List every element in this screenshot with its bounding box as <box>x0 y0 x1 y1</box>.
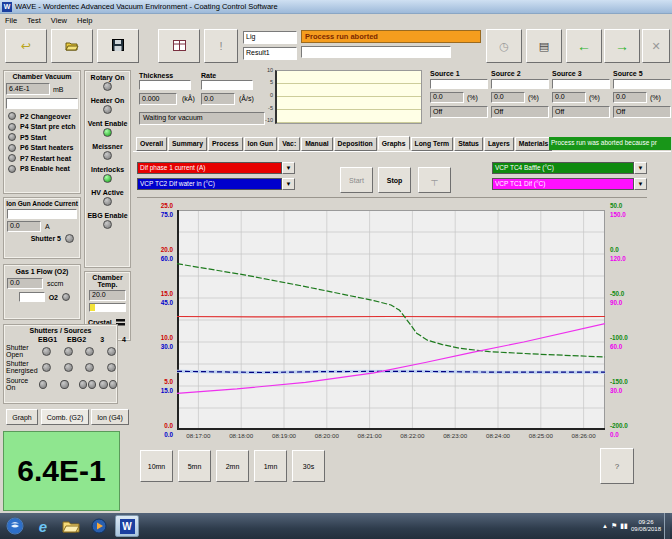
series4-selector[interactable]: VCP TC1 Dif (°C) ▼ <box>492 178 647 190</box>
tray-flag-icon[interactable]: ⚑ <box>611 522 617 530</box>
open-button[interactable] <box>51 29 93 63</box>
menu-help[interactable]: Help <box>77 16 92 25</box>
cursor-button[interactable]: ┬ <box>418 167 451 193</box>
source-on-ebg2-led[interactable] <box>60 380 68 389</box>
indicator-led[interactable] <box>103 197 112 206</box>
ie-taskbar-icon[interactable]: e <box>31 515 55 537</box>
tab-status[interactable]: Status <box>454 137 483 151</box>
gas-led[interactable] <box>62 293 70 301</box>
wave-taskbar-icon[interactable]: W <box>115 515 139 537</box>
p-button-led[interactable] <box>8 112 16 120</box>
series2-selector[interactable]: VCP TC2 Dif water in (°C) ▼ <box>137 178 295 190</box>
p-button-row[interactable]: P6 Start heaters <box>8 144 80 152</box>
indicator-led[interactable] <box>103 174 112 183</box>
next-button[interactable]: → <box>604 29 640 63</box>
source-on-ebg1-led[interactable] <box>39 380 47 389</box>
chevron-down-icon[interactable]: ▼ <box>634 178 647 190</box>
source-setpoint-input[interactable] <box>491 79 549 89</box>
indicator-led[interactable] <box>103 82 112 91</box>
timer-button[interactable]: ◷ <box>486 29 522 63</box>
stop-button[interactable]: Stop <box>378 167 411 193</box>
cancel-button[interactable]: ✕ <box>642 29 670 63</box>
tab-materials[interactable]: Materials <box>515 137 552 151</box>
tab-overall[interactable]: Overall <box>136 137 167 151</box>
chevron-down-icon[interactable]: ▼ <box>282 178 295 190</box>
form-button[interactable]: ▤ <box>526 29 562 63</box>
series1-selector[interactable]: Dif phase 1 current (A) ▼ <box>137 162 295 174</box>
taskbar-clock[interactable]: 09:26 09/08/2018 <box>631 519 661 534</box>
result-field[interactable]: Result1 <box>243 47 297 60</box>
source-setpoint-input[interactable] <box>613 79 671 89</box>
chevron-down-icon[interactable]: ▼ <box>282 162 295 174</box>
tab-vac-[interactable]: Vac: <box>278 137 300 151</box>
save-button[interactable] <box>97 29 139 63</box>
source-on-4a-led[interactable] <box>99 380 107 389</box>
indicator-led[interactable] <box>103 105 112 114</box>
range-button-5mn[interactable]: 5mn <box>178 450 211 482</box>
rate-input[interactable] <box>201 80 253 90</box>
p-button-row[interactable]: P8 Enable heat <box>8 165 80 173</box>
shutter-open-3-led[interactable] <box>85 347 94 356</box>
thickness-input[interactable] <box>139 80 191 90</box>
p-button-row[interactable]: P7 Restart heat <box>8 154 80 162</box>
source-on-3b-led[interactable] <box>88 380 96 389</box>
tab-deposition[interactable]: Deposition <box>334 137 377 151</box>
source-on-4b-led[interactable] <box>109 380 117 389</box>
p-button-led[interactable] <box>8 165 16 173</box>
tray-expand-icon[interactable]: ▲ <box>602 523 608 529</box>
tab-summary[interactable]: Summary <box>168 137 207 151</box>
tab-layers[interactable]: Layers <box>484 137 514 151</box>
start-button[interactable]: Start <box>340 167 373 193</box>
p-button-led[interactable] <box>8 144 16 152</box>
menu-test[interactable]: Test <box>27 16 41 25</box>
p-button-row[interactable]: P5 Start <box>8 133 80 141</box>
comb-g2-view-button[interactable]: Comb. (G2) <box>41 409 89 425</box>
range-button-30s[interactable]: 30s <box>292 450 325 482</box>
prev-button[interactable]: ← <box>566 29 602 63</box>
indicator-led[interactable] <box>103 151 112 160</box>
source-on-3a-led[interactable] <box>79 380 87 389</box>
graph-view-button[interactable]: Graph <box>6 409 38 425</box>
start-button-orb[interactable] <box>3 515 27 537</box>
indicator-led[interactable] <box>103 128 112 137</box>
shutter-open-4-led[interactable] <box>107 347 116 356</box>
chevron-down-icon[interactable]: ▼ <box>634 162 647 174</box>
menu-file[interactable]: File <box>5 16 17 25</box>
shutter-open-ebg2-led[interactable] <box>64 347 73 356</box>
help-button[interactable]: ? <box>600 448 634 484</box>
series3-selector[interactable]: VCP TC4 Baffle (°C) ▼ <box>492 162 647 174</box>
source-setpoint-input[interactable] <box>552 79 610 89</box>
tab-ion-gun[interactable]: Ion Gun <box>244 137 278 151</box>
indicator-led[interactable] <box>103 220 112 229</box>
tab-long-term[interactable]: Long Term <box>411 137 454 151</box>
p-button-led[interactable] <box>8 133 16 141</box>
range-button-2mn[interactable]: 2mn <box>216 450 249 482</box>
explorer-taskbar-icon[interactable] <box>59 515 83 537</box>
tab-graphs[interactable]: Graphs <box>378 136 410 150</box>
show-desktop-button[interactable] <box>664 513 670 539</box>
ion-gun-setpoint-field[interactable] <box>7 209 77 219</box>
p-button-led[interactable] <box>8 123 16 131</box>
tab-process[interactable]: Process <box>208 137 242 151</box>
shutter-energised-3-led[interactable] <box>85 363 94 372</box>
report-button[interactable] <box>158 29 200 63</box>
new-button[interactable]: ↩ <box>5 29 47 63</box>
source-setpoint-input[interactable] <box>430 79 488 89</box>
tray-network-icon[interactable]: ▮▮ <box>620 522 628 530</box>
shutter-energised-ebg2-led[interactable] <box>64 363 73 372</box>
p-button-row[interactable]: P2 Changeover <box>8 112 80 120</box>
ion-g4-view-button[interactable]: Ion (G4) <box>91 409 129 425</box>
p-button-row[interactable]: P4 Start pre etch <box>8 123 80 131</box>
shutter5-led[interactable] <box>65 234 74 243</box>
title-bar[interactable]: W WAVE - Wordentec Advanced Vacuum Envir… <box>0 0 672 14</box>
menu-view[interactable]: View <box>51 16 67 25</box>
media-player-taskbar-icon[interactable] <box>87 515 111 537</box>
shutter-energised-4-led[interactable] <box>107 363 116 372</box>
run-name-field[interactable]: Lig <box>243 31 297 44</box>
gas-setpoint-field[interactable] <box>19 292 45 302</box>
alert-button[interactable]: ! <box>204 29 238 63</box>
shutter-open-ebg1-led[interactable] <box>42 347 51 356</box>
shutter-energised-ebg1-led[interactable] <box>42 363 51 372</box>
range-button-10mn[interactable]: 10mn <box>140 450 173 482</box>
p-button-led[interactable] <box>8 154 16 162</box>
